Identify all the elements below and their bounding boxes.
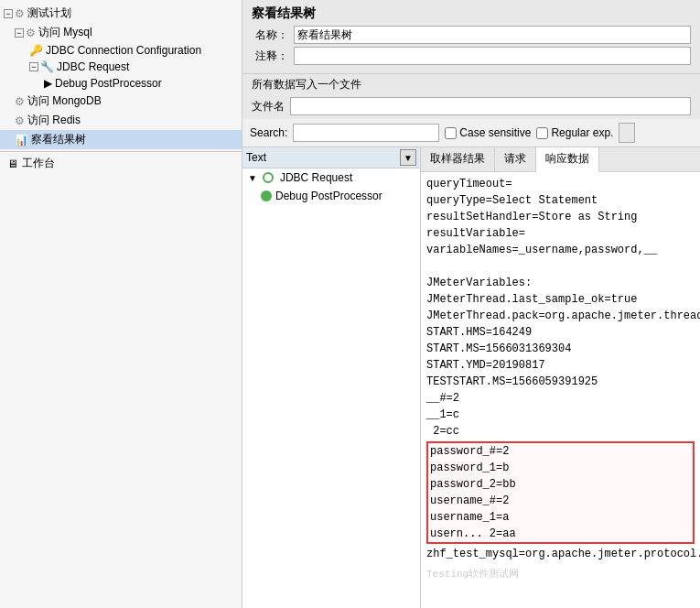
selector-label-debug: Debug PostProcessor bbox=[275, 190, 382, 202]
result-line-10: START.MS=1566031369304 bbox=[426, 341, 695, 357]
result-line-11: START.YMD=20190817 bbox=[426, 357, 695, 374]
tree-item-debug[interactable]: ▶ Debug PostProcessor bbox=[0, 75, 242, 92]
tree-label-debug: Debug PostProcessor bbox=[55, 77, 162, 90]
tree-item-root[interactable]: − ⚙ 测试计划 bbox=[0, 4, 242, 23]
tree-icon-wrench: 🔧 bbox=[40, 60, 54, 73]
result-line-12: TESTSTART.MS=1566059391925 bbox=[426, 374, 695, 390]
jdbc-icon-plain bbox=[263, 172, 274, 183]
section-title: 所有数据写入一个文件 bbox=[242, 74, 700, 95]
content-area: Text ▼ ▼ JDBC Request Debug PostProcesso… bbox=[242, 147, 700, 608]
result-line-3: resultVariable= bbox=[426, 225, 695, 242]
tree-label-jdbc-request: JDBC Request bbox=[57, 60, 129, 73]
tab-sampler[interactable]: 取样器结果 bbox=[421, 147, 495, 171]
result-line-0: queryTimeout= bbox=[426, 176, 695, 192]
tab-response[interactable]: 响应数据 bbox=[536, 147, 599, 172]
tree-item-redis[interactable]: ⚙ 访问 Redis bbox=[0, 111, 242, 130]
tree-icon-debug: ▶ bbox=[44, 77, 52, 90]
selector-expand[interactable]: ▼ bbox=[248, 173, 257, 183]
hl-line-3: username_#=2 bbox=[428, 493, 693, 509]
comment-row: 注释： bbox=[252, 47, 691, 65]
selector-item-jdbc[interactable]: ▼ JDBC Request bbox=[242, 168, 420, 187]
selector-label-jdbc: JDBC Request bbox=[280, 171, 352, 184]
result-line-1: queryType=Select Statement bbox=[426, 192, 695, 209]
tree-icon-gear3: ⚙ bbox=[15, 95, 25, 108]
tree-icon-key: 🔑 bbox=[29, 44, 43, 57]
tree-icon-gear4: ⚙ bbox=[15, 114, 25, 127]
hl-line-2: password_2=bb bbox=[428, 476, 693, 493]
result-line-7: JMeterThread.last_sample_ok=true bbox=[426, 291, 695, 308]
search-label: Search: bbox=[250, 126, 287, 139]
tree-item-view-result[interactable]: 📊 察看结果树 bbox=[0, 130, 242, 149]
file-input[interactable] bbox=[290, 97, 691, 115]
tree-label-jdbc-config: JDBC Connection Configuration bbox=[46, 44, 201, 57]
dropdown-btn[interactable]: ▼ bbox=[400, 149, 416, 166]
tree-icon-gear: ⚙ bbox=[15, 7, 25, 20]
result-line-2: resultSetHandler=Store as String bbox=[426, 209, 695, 225]
tree-icon-gear2: ⚙ bbox=[26, 27, 36, 39]
left-panel: − ⚙ 测试计划 − ⚙ 访问 Mysql 🔑 JDBC Connection … bbox=[0, 0, 242, 608]
tree-icon-chart: 📊 bbox=[15, 134, 28, 147]
tree-root: − ⚙ 测试计划 − ⚙ 访问 Mysql 🔑 JDBC Connection … bbox=[0, 0, 242, 177]
tree-label-mongo: 访问 MongoDB bbox=[27, 93, 102, 109]
result-content[interactable]: queryTimeout= queryType=Select Statement… bbox=[421, 172, 700, 608]
tree-selector: Text ▼ ▼ JDBC Request Debug PostProcesso… bbox=[242, 147, 421, 608]
tree-label-view-result: 察看结果树 bbox=[31, 132, 86, 147]
hl-line-1: password_1=b bbox=[428, 460, 693, 476]
tree-item-mongo[interactable]: ⚙ 访问 MongoDB bbox=[0, 92, 242, 111]
comment-label: 注释： bbox=[252, 49, 288, 64]
comment-input[interactable] bbox=[294, 47, 691, 65]
selector-icon-green bbox=[261, 190, 272, 201]
regexp-label: Regular exp. bbox=[536, 126, 613, 139]
hl-line-5: usern... 2=aa bbox=[428, 526, 693, 542]
right-header: 察看结果树 名称： 注释： bbox=[242, 0, 700, 74]
tree-label-root: 测试计划 bbox=[27, 5, 71, 21]
result-line-4: variableNames=_username,password,__ bbox=[426, 242, 695, 258]
workbench-label: 工作台 bbox=[22, 156, 55, 171]
search-button[interactable] bbox=[619, 123, 635, 143]
search-input[interactable] bbox=[293, 124, 439, 142]
expand-icon-mysql[interactable]: − bbox=[15, 28, 24, 38]
tabs-bar: 取样器结果 请求 响应数据 bbox=[421, 147, 700, 172]
tree-separator bbox=[0, 151, 242, 152]
workbench-icon: 🖥 bbox=[7, 157, 18, 170]
result-line-6: JMeterVariables: bbox=[426, 275, 695, 291]
regexp-checkbox[interactable] bbox=[536, 127, 548, 139]
selector-text: Text bbox=[246, 151, 396, 164]
tree-item-jdbc-request[interactable]: − 🔧 JDBC Request bbox=[0, 59, 242, 75]
name-row: 名称： bbox=[252, 26, 691, 44]
tree-label-redis: 访问 Redis bbox=[27, 113, 81, 128]
result-line-9: START.HMS=164249 bbox=[426, 324, 695, 341]
hl-line-4: username_1=a bbox=[428, 509, 693, 526]
result-line-13: __#=2 bbox=[426, 390, 695, 407]
selector-header: Text ▼ bbox=[242, 147, 420, 168]
result-line-15: 2=cc bbox=[426, 423, 695, 440]
tree-item-mysql[interactable]: − ⚙ 访问 Mysql bbox=[0, 23, 242, 42]
expand-icon[interactable]: − bbox=[4, 9, 13, 18]
file-label: 文件名 bbox=[252, 99, 285, 114]
name-input[interactable] bbox=[294, 26, 691, 44]
result-line-5 bbox=[426, 258, 695, 275]
name-label: 名称： bbox=[252, 27, 288, 43]
result-line-14: __1=c bbox=[426, 407, 695, 423]
expand-icon-jdbc[interactable]: − bbox=[29, 62, 38, 71]
page-title: 察看结果树 bbox=[252, 5, 691, 22]
case-sensitive-checkbox[interactable] bbox=[445, 127, 457, 139]
result-panel: 取样器结果 请求 响应数据 queryTimeout= queryType=Se… bbox=[421, 147, 700, 608]
main-container: − ⚙ 测试计划 − ⚙ 访问 Mysql 🔑 JDBC Connection … bbox=[0, 0, 700, 608]
bottom-line: zhf_test_mysql=org.apache.jmeter.protoco… bbox=[426, 546, 695, 562]
right-panel: 察看结果树 名称： 注释： 所有数据写入一个文件 文件名 Search: bbox=[242, 0, 700, 608]
tree-label-mysql: 访问 Mysql bbox=[38, 25, 92, 40]
watermark-container: Testing软件测试网 bbox=[426, 566, 695, 582]
file-row: 文件名 bbox=[242, 95, 700, 119]
search-bar: Search: Case sensitive Regular exp. bbox=[242, 119, 700, 147]
watermark-text: Testing软件测试网 bbox=[426, 569, 519, 580]
selector-item-debug[interactable]: Debug PostProcessor bbox=[242, 187, 420, 205]
workbench-item[interactable]: 🖥 工作台 bbox=[0, 154, 242, 173]
highlighted-block: password_#=2 password_1=b password_2=bb … bbox=[426, 441, 695, 544]
result-line-8: JMeterThread.pack=org.apache.jmeter.thre… bbox=[426, 308, 695, 324]
case-sensitive-label: Case sensitive bbox=[445, 126, 531, 139]
hl-line-0: password_#=2 bbox=[428, 443, 693, 460]
tab-request[interactable]: 请求 bbox=[495, 147, 536, 171]
tree-item-jdbc-config[interactable]: 🔑 JDBC Connection Configuration bbox=[0, 42, 242, 59]
